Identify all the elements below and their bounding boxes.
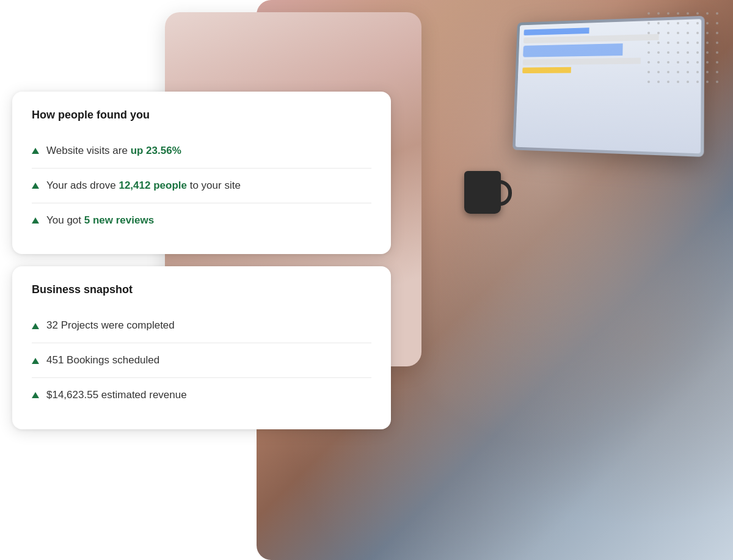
decoration-dot [696, 32, 699, 34]
business-snapshot-card: Business snapshot 32 Projects were compl… [12, 266, 391, 429]
decoration-dot [657, 32, 660, 34]
up-arrow-icon [32, 323, 39, 329]
decoration-dot [677, 61, 679, 64]
decoration-dot [716, 51, 718, 54]
decoration-dot [657, 71, 660, 73]
decoration-dot [677, 71, 679, 73]
decoration-dot [706, 22, 709, 24]
snapshot-card-items: 32 Projects were completed 451 Bookings … [32, 308, 371, 412]
up-arrow-icon [32, 148, 39, 154]
found-card-title: How people found you [32, 109, 371, 122]
decoration-dot [647, 12, 650, 15]
decoration-dot [687, 22, 689, 24]
projects-completed-text: 32 Projects were completed [46, 318, 175, 333]
decoration-dot [687, 32, 689, 34]
ads-drove-item: Your ads drove 12,412 people to your sit… [32, 169, 371, 203]
decoration-dot [716, 22, 718, 24]
decoration-dot [716, 12, 718, 15]
decoration-dot [657, 42, 660, 44]
decoration-dot [647, 51, 650, 54]
decoration-dot [657, 22, 660, 24]
decoration-dot [696, 61, 699, 64]
ads-drove-text: Your ads drove 12,412 people to your sit… [46, 178, 241, 193]
up-arrow-icon [32, 183, 39, 189]
new-reviews-item: You got 5 new reviews [32, 203, 371, 238]
how-people-found-you-card: How people found you Website visits are … [12, 92, 391, 254]
decoration-dot [687, 61, 689, 64]
decoration-dot [687, 42, 689, 44]
website-visits-highlight: up 23.56% [131, 145, 181, 156]
found-card-items: Website visits are up 23.56% Your ads dr… [32, 134, 371, 237]
decoration-dot [696, 81, 699, 83]
decoration-dot [687, 12, 689, 15]
decoration-dot [706, 71, 709, 73]
new-reviews-text: You got 5 new reviews [46, 213, 154, 228]
decoration-dot [706, 12, 709, 15]
bookings-scheduled-text: 451 Bookings scheduled [46, 353, 159, 368]
decoration-dot [657, 81, 660, 83]
up-arrow-icon [32, 392, 39, 398]
dots-pattern-decoration: // Dots rendered via JS below [647, 12, 721, 85]
bookings-scheduled-item: 451 Bookings scheduled [32, 343, 371, 378]
decoration-dot [647, 22, 650, 24]
up-arrow-icon [32, 358, 39, 364]
decoration-dot [706, 32, 709, 34]
decoration-dot [677, 51, 679, 54]
decoration-dot [706, 81, 709, 83]
decoration-dot [706, 61, 709, 64]
decoration-dot [647, 42, 650, 44]
decoration-dot [667, 81, 669, 83]
snapshot-card-title: Business snapshot [32, 283, 371, 296]
scene: // Dots rendered via JS below How people… [0, 0, 733, 560]
decoration-dot [687, 51, 689, 54]
decoration-dot [696, 12, 699, 15]
decoration-dot [677, 81, 679, 83]
decoration-dot [706, 51, 709, 54]
decoration-dot [687, 81, 689, 83]
decoration-dot [677, 12, 679, 15]
projects-completed-item: 32 Projects were completed [32, 308, 371, 343]
decoration-dot [716, 61, 718, 64]
decoration-dot [647, 61, 650, 64]
up-arrow-icon [32, 217, 39, 224]
decoration-dot [657, 61, 660, 64]
decoration-dot [696, 71, 699, 73]
ads-drove-highlight: 12,412 people [119, 180, 187, 191]
decoration-dot [667, 32, 669, 34]
estimated-revenue-text: $14,623.55 estimated revenue [46, 388, 187, 402]
decoration-dot [677, 32, 679, 34]
decoration-dot [677, 42, 679, 44]
decoration-dot [696, 42, 699, 44]
decoration-dot [667, 12, 669, 15]
decoration-dot [647, 81, 650, 83]
decoration-dot [716, 42, 718, 44]
decoration-dot [706, 42, 709, 44]
new-reviews-highlight: 5 new reviews [84, 214, 154, 226]
decoration-dot [657, 51, 660, 54]
website-visits-text: Website visits are up 23.56% [46, 144, 181, 158]
estimated-revenue-item: $14,623.55 estimated revenue [32, 378, 371, 412]
coffee-mug-illustration [464, 171, 501, 214]
decoration-dot [667, 51, 669, 54]
decoration-dot [667, 42, 669, 44]
decoration-dot [667, 22, 669, 24]
decoration-dot [716, 81, 718, 83]
decoration-dot [647, 71, 650, 73]
decoration-dot [667, 61, 669, 64]
decoration-dot [716, 32, 718, 34]
decoration-dot [657, 12, 660, 15]
decoration-dot [667, 71, 669, 73]
decoration-dot [677, 22, 679, 24]
decoration-dot [696, 22, 699, 24]
decoration-dot [696, 51, 699, 54]
decoration-dot [647, 32, 650, 34]
cards-container: How people found you Website visits are … [12, 92, 391, 429]
decoration-dot [716, 71, 718, 73]
website-visits-item: Website visits are up 23.56% [32, 134, 371, 169]
decoration-dot [687, 71, 689, 73]
